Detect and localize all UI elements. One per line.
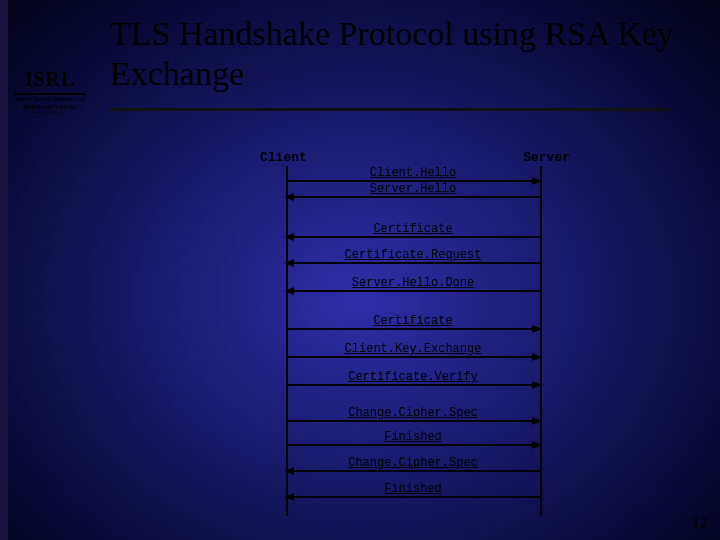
logo-university: UNIVERSITY <box>14 110 86 115</box>
message-arrow <box>286 290 540 292</box>
server-label: Server <box>523 150 570 165</box>
title-underline <box>110 108 670 111</box>
message-label: Certificate <box>286 314 540 328</box>
arrow-right-icon <box>532 381 542 389</box>
message-arrow <box>286 328 540 330</box>
slide-title: TLS Handshake Protocol using RSA Key Exc… <box>110 14 690 94</box>
arrow-left-icon <box>284 193 294 201</box>
message-label: Client.Hello <box>286 166 540 180</box>
arrow-right-icon <box>532 353 542 361</box>
arrow-right-icon <box>532 417 542 425</box>
message-arrow <box>286 384 540 386</box>
arrow-left-icon <box>284 233 294 241</box>
message-arrow <box>286 444 540 446</box>
arrow-left-icon <box>284 493 294 501</box>
message-arrow <box>286 262 540 264</box>
message-label: Certificate.Request <box>286 248 540 262</box>
arrow-left-icon <box>284 287 294 295</box>
arrow-left-icon <box>284 259 294 267</box>
message-arrow <box>286 196 540 198</box>
logo-divider <box>14 93 86 95</box>
server-lifeline <box>540 166 542 516</box>
message-label: Change.Cipher.Spec <box>286 456 540 470</box>
client-label: Client <box>260 150 307 165</box>
logo-main: ISRL <box>14 68 86 91</box>
message-arrow <box>286 356 540 358</box>
message-arrow <box>286 236 540 238</box>
message-label: Server.Hello <box>286 182 540 196</box>
message-label: Change.Cipher.Spec <box>286 406 540 420</box>
arrow-right-icon <box>532 325 542 333</box>
message-label: Client.Key.Exchange <box>286 342 540 356</box>
message-arrow <box>286 470 540 472</box>
message-arrow <box>286 420 540 422</box>
message-label: Certificate.Verify <box>286 370 540 384</box>
message-label: Finished <box>286 430 540 444</box>
logo-block: ISRL Internet Security Research Lab BRIG… <box>14 68 86 115</box>
arrow-right-icon <box>532 441 542 449</box>
message-arrow <box>286 496 540 498</box>
arrow-left-icon <box>284 467 294 475</box>
message-label: Certificate <box>286 222 540 236</box>
message-label: Finished <box>286 482 540 496</box>
logo-subtitle: Internet Security Research Lab <box>14 97 86 103</box>
sequence-diagram: Client Server Client.HelloServer.HelloCe… <box>260 150 570 520</box>
slide-number: 12 <box>692 514 708 532</box>
message-label: Server.Hello.Done <box>286 276 540 290</box>
